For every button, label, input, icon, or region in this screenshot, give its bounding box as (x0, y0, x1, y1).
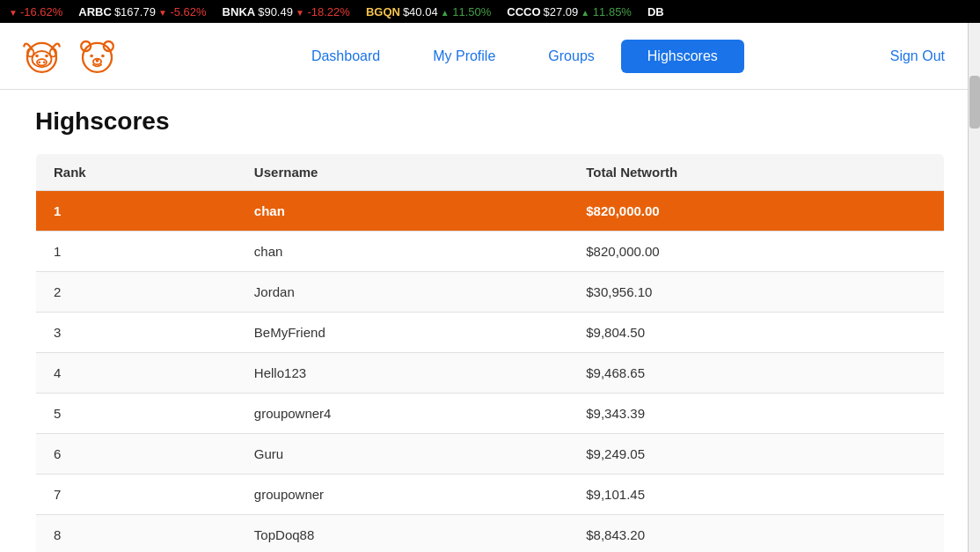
svg-point-13 (101, 55, 105, 58)
cell-username: Guru (237, 434, 568, 475)
cell-username: Hello123 (237, 353, 568, 394)
ticker-item: BNKA $90.49 -18.22% (223, 5, 350, 18)
cell-rank: 2 (36, 272, 237, 313)
cell-networth: $8,843.20 (568, 515, 944, 553)
svg-point-4 (35, 55, 39, 58)
svg-point-7 (38, 61, 40, 63)
scroll-thumb[interactable] (969, 76, 980, 129)
ticker-bar: -16.62% ARBC $167.79 -5.62% BNKA $90.49 … (0, 0, 980, 23)
cell-rank: 1 (36, 232, 237, 272)
col-username: Username (237, 154, 568, 191)
cell-networth: $9,101.45 (568, 475, 944, 515)
ticker-item: ARBC $167.79 -5.62% (78, 5, 206, 18)
scrollbar[interactable] (968, 23, 980, 552)
table-row-highlighted: 1 chan $820,000.00 (36, 191, 945, 232)
highscores-table: Rank Username Total Networth 1 chan $820… (35, 153, 945, 552)
table-row: 8 TopDoq88 $8,843.20 (36, 515, 945, 553)
arrow-up-icon (441, 5, 450, 18)
col-rank: Rank (36, 154, 237, 191)
svg-point-9 (83, 43, 112, 72)
cell-username: TopDoq88 (237, 515, 568, 553)
nav-profile[interactable]: My Profile (406, 40, 522, 73)
svg-point-15 (96, 59, 99, 63)
cell-rank: 6 (36, 434, 237, 475)
page-title: Highscores (35, 107, 945, 136)
svg-point-5 (45, 55, 48, 58)
table-row: 1 chan $820,000.00 (36, 232, 945, 272)
table-header-row: Rank Username Total Networth (36, 154, 945, 191)
bear-icon (73, 32, 121, 80)
cell-networth: $9,468.65 (568, 353, 944, 394)
nav-links: Dashboard My Profile Groups Highscores (157, 40, 873, 73)
cell-username: Jordan (237, 272, 568, 313)
cell-username: groupowner (237, 475, 568, 515)
main-content: Highscores Rank Username Total Networth … (0, 90, 980, 552)
col-networth: Total Networth (568, 154, 944, 191)
nav-dashboard[interactable]: Dashboard (285, 40, 406, 73)
cell-username: chan (237, 232, 568, 272)
logo (18, 32, 121, 80)
cell-rank: 5 (36, 394, 237, 434)
arrow-up-icon (581, 5, 589, 18)
ticker-item: CCCO $27.09 11.85% (507, 5, 632, 18)
cell-username: BeMyFriend (237, 313, 568, 353)
cell-networth: $9,343.39 (568, 394, 944, 434)
cell-rank: 1 (36, 191, 237, 232)
cell-rank: 7 (36, 475, 237, 515)
table-body: 1 chan $820,000.00 1 chan $820,000.00 2 … (36, 191, 945, 553)
table-row: 3 BeMyFriend $9,804.50 (36, 313, 945, 353)
cell-networth: $9,249.05 (568, 434, 944, 475)
table-row: 6 Guru $9,249.05 (36, 434, 945, 475)
cell-networth: $30,956.10 (568, 272, 944, 313)
arrow-down-icon (296, 5, 304, 18)
svg-point-12 (90, 55, 93, 58)
nav-signout[interactable]: Sign Out (873, 40, 962, 73)
navbar: Dashboard My Profile Groups Highscores S… (0, 23, 980, 90)
cell-networth: $9,804.50 (568, 313, 944, 353)
nav-groups[interactable]: Groups (522, 40, 620, 73)
table-row: 7 groupowner $9,101.45 (36, 475, 945, 515)
arrow-down-icon (9, 5, 18, 18)
ticker-item: -16.62% (9, 5, 62, 18)
table-row: 5 groupowner4 $9,343.39 (36, 394, 945, 434)
ticker-item: BGQN $40.04 11.50% (366, 5, 491, 18)
ticker-item: DB (647, 5, 664, 18)
cell-networth: $820,000.00 (568, 232, 944, 272)
cell-rank: 8 (36, 515, 237, 553)
cell-rank: 4 (36, 353, 237, 394)
cell-networth: $820,000.00 (568, 191, 944, 232)
bull-icon (18, 32, 66, 80)
cell-username: groupowner4 (237, 394, 568, 434)
cell-username: chan (237, 191, 568, 232)
arrow-down-icon (158, 5, 167, 18)
table-row: 4 Hello123 $9,468.65 (36, 353, 945, 394)
nav-highscores[interactable]: Highscores (621, 40, 744, 73)
cell-rank: 3 (36, 313, 237, 353)
svg-point-8 (43, 61, 46, 63)
table-row: 2 Jordan $30,956.10 (36, 272, 945, 313)
